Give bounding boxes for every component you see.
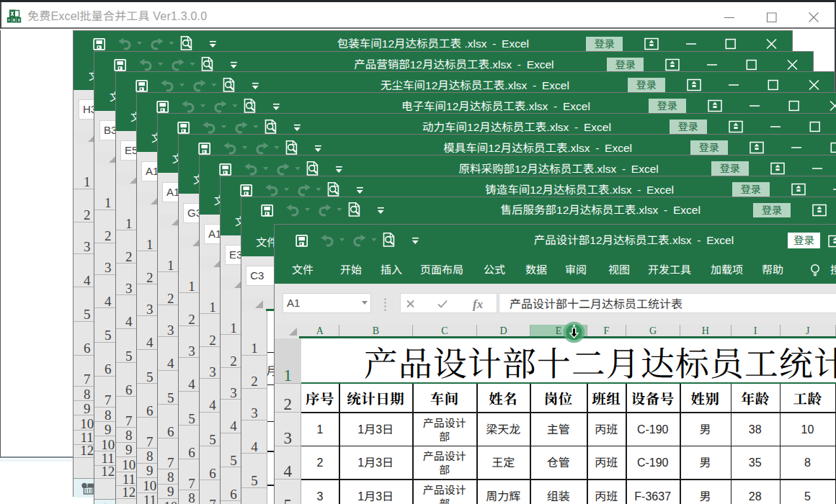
svg-text:fx: fx	[473, 297, 484, 310]
